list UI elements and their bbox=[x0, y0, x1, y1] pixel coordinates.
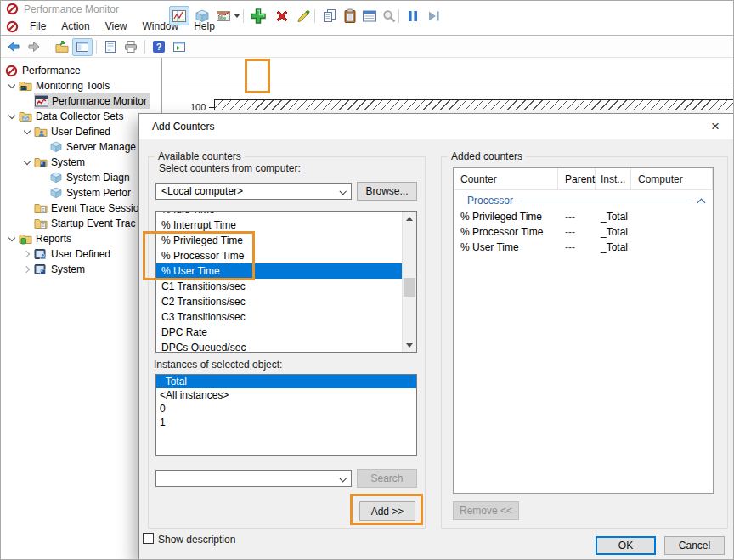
computer-combobox[interactable]: <Local computer> bbox=[155, 183, 352, 200]
tree-item-event-trace-sessions[interactable]: Event Trace Sessio bbox=[0, 201, 161, 216]
chevron-down-icon[interactable] bbox=[5, 115, 19, 118]
instance-filter-combobox[interactable] bbox=[155, 470, 352, 487]
counter-group-name: Processor bbox=[467, 195, 513, 206]
performance-monitor-icon bbox=[35, 94, 49, 108]
graph-y-max-label: 100 bbox=[190, 102, 206, 112]
counter-item[interactable]: C3 Transitions/sec bbox=[156, 309, 402, 325]
forward-icon[interactable] bbox=[24, 38, 44, 56]
update-data-icon[interactable] bbox=[423, 6, 443, 25]
tree-item-startup-event-trace[interactable]: Startup Event Trac bbox=[0, 216, 161, 231]
graph-hatched-band bbox=[214, 99, 734, 110]
counter-group-row[interactable]: Processor bbox=[454, 192, 713, 209]
tree-item-reports[interactable]: Reports bbox=[0, 231, 161, 246]
tree-item-data-collector-sets[interactable]: Data Collector Sets bbox=[0, 109, 161, 124]
back-icon[interactable] bbox=[3, 38, 24, 56]
scroll-up-icon[interactable] bbox=[403, 212, 416, 225]
tree-item-system-diagnostics[interactable]: System Diagn bbox=[0, 170, 161, 185]
collapse-chevron-icon[interactable] bbox=[697, 198, 706, 206]
show-hide-console-tree-icon[interactable] bbox=[72, 38, 93, 56]
counter-item[interactable]: C1 Transitions/sec bbox=[156, 279, 402, 294]
tree-item-user-defined[interactable]: User Defined bbox=[0, 124, 161, 139]
view-log-data-icon[interactable] bbox=[192, 6, 212, 25]
properties-doc-icon[interactable] bbox=[100, 38, 121, 56]
add-counter-icon[interactable] bbox=[248, 6, 268, 25]
counter-item[interactable]: % Privileged Time bbox=[156, 233, 402, 248]
instance-item[interactable]: 0 bbox=[156, 402, 416, 416]
show-description-checkbox[interactable] bbox=[143, 533, 154, 544]
tree-item-performance[interactable]: Performance bbox=[0, 63, 161, 78]
print-icon[interactable] bbox=[121, 38, 141, 56]
scrollbar-thumb[interactable] bbox=[404, 278, 415, 297]
tree-item-reports-system[interactable]: System bbox=[0, 262, 161, 277]
performance-root-icon bbox=[5, 65, 20, 77]
freeze-display-icon[interactable] bbox=[403, 6, 423, 25]
copy-properties-icon[interactable] bbox=[319, 6, 340, 25]
chevron-down-icon[interactable] bbox=[20, 130, 34, 133]
zoom-icon[interactable] bbox=[379, 6, 399, 25]
counters-listbox[interactable]: % Idle Time % Interrupt Time % Privilege… bbox=[155, 211, 417, 353]
chevron-down-icon[interactable] bbox=[20, 161, 34, 164]
cube-icon bbox=[49, 171, 64, 184]
menu-action[interactable]: Action bbox=[54, 19, 97, 34]
scrollbar[interactable] bbox=[402, 212, 416, 352]
instances-listbox[interactable]: _Total <All instances> 0 1 bbox=[155, 374, 417, 456]
tree-item-server-manage[interactable]: Server Manage bbox=[0, 139, 161, 155]
scroll-down-icon[interactable] bbox=[403, 338, 416, 352]
col-parent[interactable]: Parent bbox=[558, 168, 596, 189]
graph-type-dropdown-icon[interactable] bbox=[231, 6, 243, 25]
instance-item[interactable]: 1 bbox=[156, 416, 416, 429]
table-row[interactable]: % Privileged Time --- _Total bbox=[454, 209, 713, 224]
folder-cube-icon bbox=[19, 110, 33, 123]
tree-item-reports-user-defined[interactable]: User Defined bbox=[0, 246, 161, 262]
view-current-activity-icon[interactable] bbox=[169, 6, 189, 25]
add-button[interactable]: Add >> bbox=[359, 501, 415, 521]
select-computer-label: Select counters from computer: bbox=[159, 162, 301, 174]
show-hide-action-pane-icon[interactable] bbox=[169, 38, 189, 56]
tree-item-monitoring-tools[interactable]: Monitoring Tools bbox=[0, 78, 161, 93]
counter-item[interactable]: % Idle Time bbox=[156, 211, 402, 218]
chevron-down-icon bbox=[339, 188, 346, 195]
counter-item[interactable]: C2 Transitions/sec bbox=[156, 294, 402, 309]
counter-item[interactable]: % Processor Time bbox=[156, 248, 402, 263]
add-counters-dialog: Add Counters × Available counters Select… bbox=[138, 113, 734, 560]
counter-item[interactable]: DPCs Queued/sec bbox=[156, 340, 402, 353]
available-counters-label: Available counters bbox=[155, 150, 245, 162]
chevron-right-icon[interactable] bbox=[20, 267, 34, 272]
tree-item-system[interactable]: System bbox=[0, 155, 161, 170]
col-counter[interactable]: Counter bbox=[454, 168, 558, 189]
col-computer[interactable]: Computer bbox=[631, 168, 713, 189]
tree-item-performance-monitor[interactable]: Performance Monitor bbox=[0, 93, 161, 109]
chevron-down-icon[interactable] bbox=[5, 84, 19, 88]
help-icon[interactable]: ? bbox=[149, 38, 169, 56]
chevron-down-icon[interactable] bbox=[5, 237, 19, 240]
ok-button[interactable]: OK bbox=[596, 536, 656, 555]
delete-counter-icon[interactable] bbox=[272, 6, 292, 25]
search-button[interactable]: Search bbox=[357, 469, 417, 488]
col-inst[interactable]: Inst... bbox=[596, 168, 631, 189]
folder-user-icon bbox=[34, 125, 48, 139]
folder-report-icon bbox=[19, 232, 33, 246]
folder-chart-icon bbox=[19, 79, 33, 93]
close-icon[interactable]: × bbox=[702, 114, 729, 139]
menu-view[interactable]: View bbox=[98, 19, 135, 34]
table-row[interactable]: % User Time --- _Total bbox=[454, 240, 713, 255]
app-icon bbox=[6, 3, 19, 15]
counter-item[interactable]: DPC Rate bbox=[156, 325, 402, 340]
menu-file[interactable]: File bbox=[22, 19, 54, 34]
paste-counter-list-icon[interactable] bbox=[340, 6, 360, 25]
cancel-button[interactable]: Cancel bbox=[664, 536, 725, 555]
properties-icon[interactable] bbox=[359, 6, 380, 25]
counter-item[interactable]: % Interrupt Time bbox=[156, 218, 402, 233]
group-divider bbox=[520, 201, 692, 201]
tree-item-system-performance[interactable]: System Perfor bbox=[0, 185, 161, 201]
instance-item[interactable]: <All instances> bbox=[156, 388, 416, 402]
export-icon[interactable] bbox=[52, 38, 72, 56]
cube-icon bbox=[49, 186, 64, 200]
chevron-right-icon[interactable] bbox=[20, 252, 34, 257]
table-row[interactable]: % Processor Time --- _Total bbox=[454, 224, 713, 240]
remove-button[interactable]: Remove << bbox=[453, 501, 519, 520]
browse-button[interactable]: Browse... bbox=[357, 182, 417, 201]
highlight-icon[interactable] bbox=[293, 6, 313, 25]
counter-item-selected[interactable]: % User Time bbox=[156, 263, 402, 279]
instance-item-selected[interactable]: _Total bbox=[156, 375, 416, 388]
